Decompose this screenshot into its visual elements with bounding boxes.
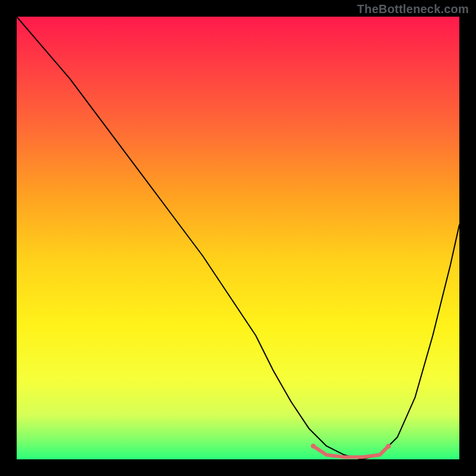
chart-stage: TheBottleneck.com	[0, 0, 476, 476]
gradient-plot-area	[17, 17, 459, 459]
bottleneck-chart	[0, 0, 476, 476]
watermark-text: TheBottleneck.com	[357, 2, 469, 16]
flat-segment-cap	[311, 444, 315, 449]
flat-segment-cap	[386, 444, 391, 449]
